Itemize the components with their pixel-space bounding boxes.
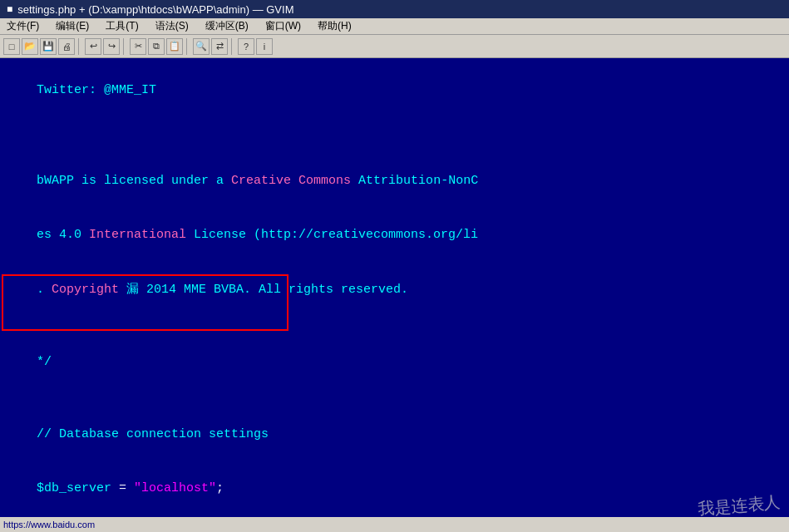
code-line-twitter: Twitter: @MME_IT — [7, 63, 782, 117]
toolbar-separator-2 — [123, 38, 126, 55]
code-line-db-comment: // Database connection settings — [7, 407, 782, 461]
toolbar-open[interactable]: 📂 — [22, 38, 38, 55]
toolbar-replace[interactable]: ⇄ — [211, 38, 228, 55]
code-line-comment-close: */ — [7, 335, 782, 389]
code-line-empty2 — [7, 135, 782, 154]
code-line-empty3 — [7, 317, 782, 335]
toolbar-find[interactable]: 🔍 — [193, 38, 210, 55]
code-line-license3: . Copyright 漏 2014 MME BVBA. All rights … — [7, 263, 782, 317]
menu-item[interactable]: 文件(F) — [3, 19, 42, 33]
code-line-db-server: $db_server = "localhost"; — [7, 462, 782, 516]
db-comment: // Database connection settings — [37, 427, 269, 441]
twitter-text: Twitter: @MME_IT — [37, 83, 156, 97]
menu-item[interactable]: 语法(S) — [152, 19, 192, 33]
app-icon: ■ — [7, 3, 12, 15]
comment-close: */ — [37, 355, 52, 369]
toolbar-undo[interactable]: ↩ — [85, 38, 101, 55]
code-line-empty1 — [7, 117, 782, 135]
toolbar-copy[interactable]: ⧉ — [148, 38, 165, 55]
menu-item[interactable]: 工具(T) — [102, 19, 141, 33]
toolbar-separator-3 — [186, 38, 190, 55]
license-line2: es 4.0 International License (http://cre… — [37, 228, 478, 242]
code-line-license1: bWAPP is licensed under a Creative Commo… — [7, 154, 782, 208]
title-bar: ■ settings.php + (D:\xampp\htdocs\bWAPP\… — [0, 0, 789, 18]
toolbar-new[interactable]: □ — [3, 38, 20, 55]
menu-item[interactable]: 窗口(W) — [262, 19, 304, 33]
title-text: settings.php + (D:\xampp\htdocs\bWAPP\ad… — [17, 3, 293, 16]
toolbar-paste[interactable]: 📋 — [166, 38, 183, 55]
toolbar-cut[interactable]: ✂ — [130, 38, 146, 55]
status-bar: https://www.baidu.com — [0, 517, 789, 532]
code-area[interactable]: Twitter: @MME_IT bWAPP is licensed under… — [0, 58, 789, 532]
license-line3: . Copyright 漏 2014 MME BVBA. All rights … — [37, 283, 408, 297]
license-line1: bWAPP is licensed under a Creative Commo… — [37, 174, 478, 188]
status-url: https://www.baidu.com — [3, 520, 95, 530]
menu-item[interactable]: 缓冲区(B) — [202, 19, 252, 33]
toolbar-info[interactable]: i — [256, 38, 273, 55]
menu-bar: 文件(F)编辑(E)工具(T)语法(S)缓冲区(B)窗口(W)帮助(H) — [0, 18, 789, 35]
toolbar-help[interactable]: ? — [238, 38, 254, 55]
menu-item[interactable]: 帮助(H) — [314, 19, 355, 33]
toolbar-separator-1 — [78, 38, 81, 55]
code-line-license2: es 4.0 International License (http://cre… — [7, 209, 782, 263]
code-line-empty4 — [7, 389, 782, 407]
toolbar-save[interactable]: 💾 — [40, 38, 57, 55]
menu-item[interactable]: 编辑(E) — [52, 19, 92, 33]
toolbar-redo[interactable]: ↪ — [103, 38, 120, 55]
toolbar: □ 📂 💾 🖨 ↩ ↪ ✂ ⧉ 📋 🔍 ⇄ ? i — [0, 35, 789, 58]
toolbar-separator-4 — [231, 38, 234, 55]
toolbar-print[interactable]: 🖨 — [58, 38, 75, 55]
var-db-server: $db_server — [37, 481, 111, 495]
